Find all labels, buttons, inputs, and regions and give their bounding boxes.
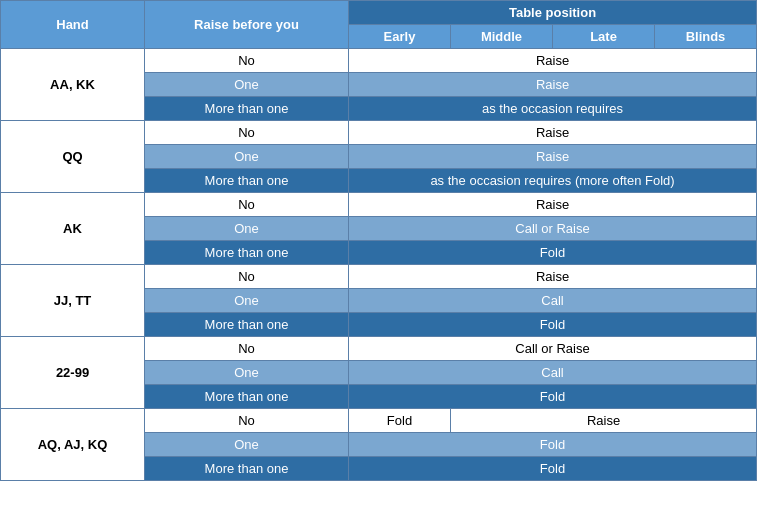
raise-before-cell: More than one <box>145 313 349 337</box>
action-cell: Call <box>349 289 757 313</box>
action-cell: Raise <box>349 145 757 169</box>
action-cell: Fold <box>349 241 757 265</box>
raise-before-cell: One <box>145 145 349 169</box>
raise-before-header: Raise before you <box>145 1 349 49</box>
action-cell-rest: Raise <box>451 409 757 433</box>
table-position-header: Table position <box>349 1 757 25</box>
raise-before-cell: More than one <box>145 385 349 409</box>
raise-before-cell: More than one <box>145 241 349 265</box>
middle-header: Middle <box>451 25 553 49</box>
action-cell-early: Fold <box>349 409 451 433</box>
hand-cell: AK <box>1 193 145 265</box>
action-cell: Fold <box>349 385 757 409</box>
action-cell: Call <box>349 361 757 385</box>
action-cell: Fold <box>349 457 757 481</box>
raise-before-cell: More than one <box>145 97 349 121</box>
raise-before-cell: No <box>145 193 349 217</box>
action-cell: Call or Raise <box>349 217 757 241</box>
action-cell: as the occasion requires (more often Fol… <box>349 169 757 193</box>
raise-before-cell: One <box>145 361 349 385</box>
blinds-header: Blinds <box>655 25 757 49</box>
action-cell: Raise <box>349 193 757 217</box>
raise-before-cell: No <box>145 121 349 145</box>
raise-before-cell: No <box>145 409 349 433</box>
hand-cell: AA, KK <box>1 49 145 121</box>
hand-cell: 22-99 <box>1 337 145 409</box>
hand-header: Hand <box>1 1 145 49</box>
action-cell: Fold <box>349 433 757 457</box>
action-cell: Raise <box>349 121 757 145</box>
raise-before-cell: One <box>145 217 349 241</box>
hand-cell: QQ <box>1 121 145 193</box>
action-cell: Raise <box>349 73 757 97</box>
action-cell: as the occasion requires <box>349 97 757 121</box>
raise-before-cell: One <box>145 289 349 313</box>
raise-before-cell: More than one <box>145 457 349 481</box>
action-cell: Call or Raise <box>349 337 757 361</box>
early-header: Early <box>349 25 451 49</box>
late-header: Late <box>553 25 655 49</box>
hand-cell: JJ, TT <box>1 265 145 337</box>
action-cell: Raise <box>349 49 757 73</box>
hand-cell: AQ, AJ, KQ <box>1 409 145 481</box>
raise-before-cell: One <box>145 73 349 97</box>
action-cell: Raise <box>349 265 757 289</box>
raise-before-cell: No <box>145 337 349 361</box>
action-cell: Fold <box>349 313 757 337</box>
poker-strategy-table: Hand Raise before you Table position Ear… <box>0 0 757 481</box>
raise-before-cell: More than one <box>145 169 349 193</box>
raise-before-cell: No <box>145 49 349 73</box>
raise-before-cell: No <box>145 265 349 289</box>
raise-before-cell: One <box>145 433 349 457</box>
